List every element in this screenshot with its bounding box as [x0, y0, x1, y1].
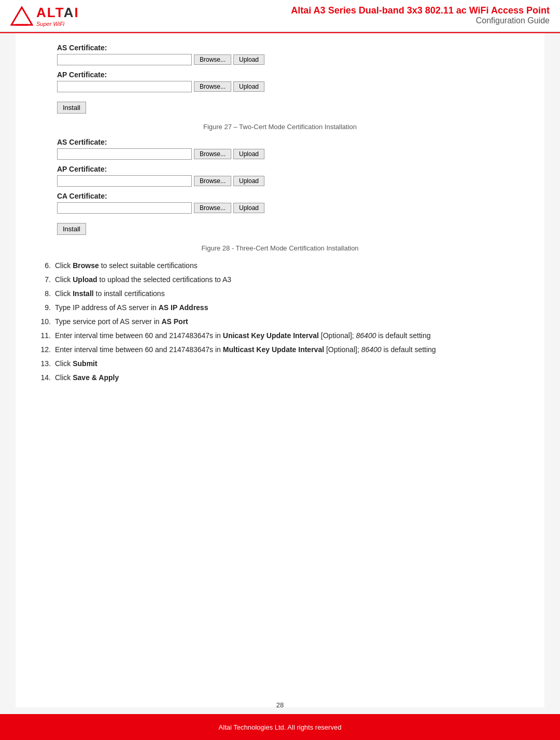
list-text-8: Click Install to install certifications	[55, 288, 524, 299]
ca-cert-section: CA Certificate: Browse... Upload	[57, 192, 524, 214]
instruction-7: 7. Click Upload to upload the selected c…	[36, 274, 524, 285]
footer-text: Altai Technologies Ltd. All rights reser…	[219, 723, 342, 731]
logo-icon	[10, 6, 33, 26]
list-num-13: 13.	[36, 358, 51, 369]
sub-title: Configuration Guide	[291, 16, 550, 25]
list-num-9: 9.	[36, 302, 51, 313]
instruction-14: 14. Click Save & Apply	[36, 372, 524, 383]
logo-area: ALTAI Super WiFi	[10, 5, 79, 27]
list-num-6: 6.	[36, 260, 51, 271]
figure-27-caption: Figure 27 – Two-Cert Mode Certification …	[36, 123, 524, 131]
list-text-7: Click Upload to upload the selected cert…	[55, 274, 524, 285]
super-wifi-text: Super WiFi	[36, 21, 79, 27]
ap-cert-section-1: AP Certificate: Browse... Upload	[57, 71, 524, 92]
instruction-10: 10. Type service port of AS server in AS…	[36, 316, 524, 327]
ap-cert-label-2: AP Certificate:	[57, 165, 524, 173]
instruction-8: 8. Click Install to install certificatio…	[36, 288, 524, 299]
list-num-14: 14.	[36, 372, 51, 383]
ca-cert-upload[interactable]: Upload	[233, 203, 264, 213]
as-cert-upload-2[interactable]: Upload	[233, 149, 264, 159]
list-text-6: Click Browse to select suitable certific…	[55, 260, 524, 271]
ap-cert-label-1: AP Certificate:	[57, 71, 524, 79]
ap-cert-input-2[interactable]	[57, 175, 192, 187]
ap-cert-input-1[interactable]	[57, 81, 192, 92]
as-cert-input-row-1: Browse... Upload	[57, 54, 524, 65]
instruction-12: 12. Enter interval time between 60 and 2…	[36, 344, 524, 355]
ap-cert-input-row-2: Browse... Upload	[57, 175, 524, 187]
instruction-11: 11. Enter interval time between 60 and 2…	[36, 330, 524, 341]
as-cert-input-2[interactable]	[57, 148, 192, 160]
as-cert-input-1[interactable]	[57, 54, 192, 65]
list-text-9: Type IP address of AS server in AS IP Ad…	[55, 302, 524, 313]
install-button-1[interactable]: Install	[57, 102, 86, 114]
ca-cert-browse[interactable]: Browse...	[194, 203, 231, 213]
header-title-block: Altai A3 Series Dual-band 3x3 802.11 ac …	[291, 5, 550, 25]
as-cert-input-row-2: Browse... Upload	[57, 148, 524, 160]
ap-cert-browse-1[interactable]: Browse...	[194, 81, 231, 92]
page-number: 28	[0, 701, 560, 709]
main-content: AS Certificate: Browse... Upload AP Cert…	[16, 33, 544, 707]
list-num-12: 12.	[36, 344, 51, 355]
as-cert-section-1: AS Certificate: Browse... Upload	[57, 44, 524, 65]
page-footer: Altai Technologies Ltd. All rights reser…	[0, 714, 560, 740]
list-text-10: Type service port of AS server in AS Por…	[55, 316, 524, 327]
as-cert-browse-1[interactable]: Browse...	[194, 54, 231, 65]
list-num-10: 10.	[36, 316, 51, 327]
two-cert-form: AS Certificate: Browse... Upload AP Cert…	[57, 44, 524, 119]
ca-cert-label: CA Certificate:	[57, 192, 524, 200]
list-text-13: Click Submit	[55, 358, 524, 369]
instruction-9: 9. Type IP address of AS server in AS IP…	[36, 302, 524, 313]
list-num-8: 8.	[36, 288, 51, 299]
figure-28-caption: Figure 28 - Three-Cert Mode Certificatio…	[36, 244, 524, 252]
ca-cert-input[interactable]	[57, 202, 192, 214]
install-button-2[interactable]: Install	[57, 223, 86, 235]
as-cert-label-1: AS Certificate:	[57, 44, 524, 52]
ap-cert-section-2: AP Certificate: Browse... Upload	[57, 165, 524, 187]
list-text-11: Enter interval time between 60 and 21474…	[55, 330, 524, 341]
instruction-6: 6. Click Browse to select suitable certi…	[36, 260, 524, 271]
ap-cert-upload-1[interactable]: Upload	[233, 81, 264, 92]
list-num-11: 11.	[36, 330, 51, 341]
ca-cert-input-row: Browse... Upload	[57, 202, 524, 214]
list-num-7: 7.	[36, 274, 51, 285]
instruction-13: 13. Click Submit	[36, 358, 524, 369]
as-cert-upload-1[interactable]: Upload	[233, 54, 264, 65]
ap-cert-upload-2[interactable]: Upload	[233, 176, 264, 186]
ap-cert-input-row-1: Browse... Upload	[57, 81, 524, 92]
as-cert-label-2: AS Certificate:	[57, 138, 524, 146]
ap-cert-browse-2[interactable]: Browse...	[194, 176, 231, 186]
three-cert-form: AS Certificate: Browse... Upload AP Cert…	[57, 138, 524, 240]
instructions-section: 6. Click Browse to select suitable certi…	[36, 260, 524, 383]
as-cert-browse-2[interactable]: Browse...	[194, 149, 231, 159]
list-text-12: Enter interval time between 60 and 21474…	[55, 344, 524, 355]
page-header: ALTAI Super WiFi Altai A3 Series Dual-ba…	[0, 0, 560, 32]
logo-text: ALTAI	[36, 5, 79, 20]
main-title: Altai A3 Series Dual-band 3x3 802.11 ac …	[291, 5, 550, 16]
svg-marker-0	[11, 7, 32, 25]
as-cert-section-2: AS Certificate: Browse... Upload	[57, 138, 524, 160]
list-text-14: Click Save & Apply	[55, 372, 524, 383]
